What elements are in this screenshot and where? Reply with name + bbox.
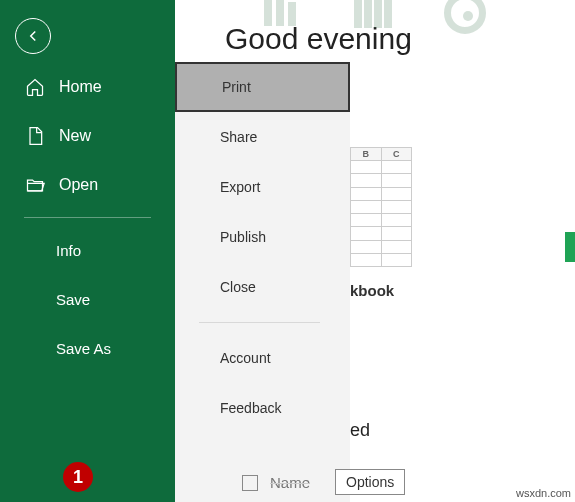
new-file-icon [25, 126, 45, 146]
svg-rect-0 [264, 0, 272, 26]
sidebar-label: Home [59, 78, 102, 96]
sidebar-item-new[interactable]: New [0, 111, 175, 160]
options-tooltip: Options [335, 469, 405, 495]
submenu-item-account[interactable]: Account [175, 333, 350, 383]
back-button[interactable] [15, 18, 51, 54]
sidebar-nav: Home New Open Info Save Save As More... [0, 62, 175, 502]
sidebar-item-open[interactable]: Open [0, 160, 175, 209]
svg-rect-5 [374, 0, 382, 28]
submenu-separator [199, 322, 320, 323]
sidebar-item-home[interactable]: Home [0, 62, 175, 111]
name-column-header[interactable]: Name [242, 474, 310, 491]
submenu-item-print[interactable]: Print [175, 62, 350, 112]
col-header: B [351, 148, 382, 161]
submenu-label: Share [220, 129, 257, 145]
submenu-item-share[interactable]: Share [175, 112, 350, 162]
sidebar-label: Open [59, 176, 98, 194]
sheet-tab-accent [565, 232, 575, 262]
submenu-item-feedback[interactable]: Feedback [175, 383, 350, 433]
submenu-item-export[interactable]: Export [175, 162, 350, 212]
svg-rect-2 [288, 2, 296, 26]
submenu-label: Print [222, 79, 251, 95]
col-header: C [381, 148, 412, 161]
arrow-left-icon [24, 27, 42, 45]
sidebar-item-info[interactable]: Info [0, 226, 175, 275]
step-badge-1: 1 [63, 462, 93, 492]
sidebar-label: Save As [56, 340, 111, 357]
open-folder-icon [25, 175, 45, 195]
submenu-item-close[interactable]: Close [175, 262, 350, 312]
sidebar-item-saveas[interactable]: Save As [0, 324, 175, 373]
submenu-label: Account [220, 350, 271, 366]
sidebar-label: Info [56, 242, 81, 259]
svg-rect-6 [384, 0, 392, 28]
main-content: BC kbook ed Name Options [350, 62, 575, 502]
submenu-item-publish[interactable]: Publish [175, 212, 350, 262]
workbook-label: kbook [350, 282, 394, 299]
sidebar-label: New [59, 127, 91, 145]
sidebar-separator [24, 217, 151, 218]
sidebar-item-save[interactable]: Save [0, 275, 175, 324]
home-icon [25, 77, 45, 97]
submenu-label: Feedback [220, 400, 281, 416]
watermark: wsxdn.com [516, 487, 571, 499]
submenu-label: Close [220, 279, 256, 295]
submenu-label: Publish [220, 229, 266, 245]
svg-rect-3 [354, 0, 362, 28]
sidebar-label: Save [56, 291, 90, 308]
svg-rect-1 [276, 0, 284, 26]
submenu-label: Export [220, 179, 260, 195]
name-header-label: Name [270, 474, 310, 491]
template-icons [260, 0, 486, 34]
pinned-label-fragment: ed [350, 420, 370, 441]
svg-rect-4 [364, 0, 372, 28]
workbook-thumbnail[interactable]: BC [350, 147, 412, 267]
checkbox-icon[interactable] [242, 475, 258, 491]
more-submenu: Print Share Export Publish Close Account… [175, 62, 350, 502]
